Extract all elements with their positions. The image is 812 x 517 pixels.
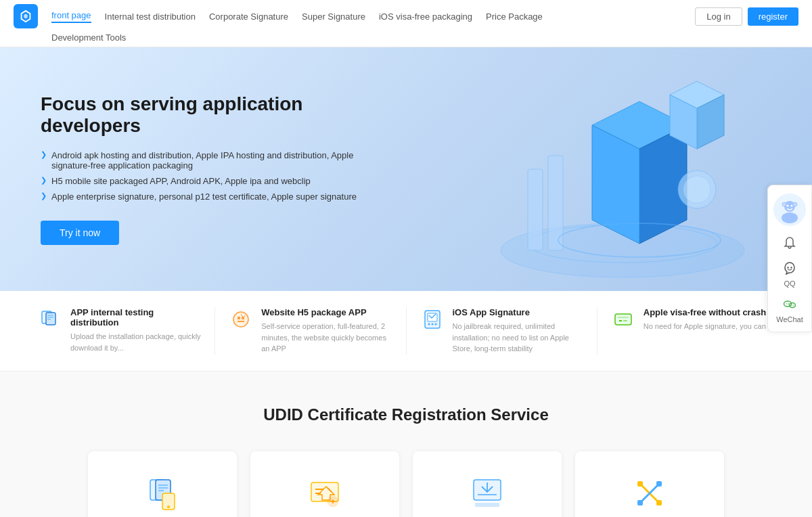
svg-point-22 <box>431 323 433 325</box>
udid-card-install: Install Signature Tool Download Download… <box>250 451 399 518</box>
svg-point-53 <box>790 267 792 268</box>
svg-rect-43 <box>656 481 662 487</box>
register-button[interactable]: register <box>748 7 798 26</box>
apple-visa-icon <box>611 307 635 332</box>
feature-title-3: iOS App Signature <box>453 307 583 317</box>
hero-feature-1: ❯ Android apk hosting and distribution, … <box>41 150 392 171</box>
svg-point-31 <box>167 505 170 508</box>
features-strip: APP internal testing distribution Upload… <box>0 291 812 372</box>
svg-rect-14 <box>46 313 55 325</box>
feature-item-app-test: APP internal testing distribution Upload… <box>27 307 212 355</box>
feature-desc-2: Self-service operation, full-featured, 2… <box>261 321 392 355</box>
svg-point-48 <box>787 205 789 207</box>
nav-item-super[interactable]: Super Signature <box>302 12 365 22</box>
nav-item-ios[interactable]: iOS visa-free packaging <box>379 12 472 22</box>
install-sig-icon <box>303 472 346 515</box>
hero-content: Focus on serving application developers … <box>41 93 392 245</box>
svg-point-56 <box>786 303 788 305</box>
logo[interactable] <box>14 4 38 28</box>
svg-point-49 <box>791 205 793 207</box>
hero-illustration <box>487 61 771 291</box>
nav-item-internal[interactable]: Internal test distribution <box>105 12 196 22</box>
feature-desc-1: Upload the installation package, quickly… <box>70 331 201 353</box>
hero-feature-list: ❯ Android apk hosting and distribution, … <box>41 150 392 202</box>
svg-point-52 <box>787 267 788 268</box>
qq-label: QQ <box>784 279 795 288</box>
svg-rect-2 <box>528 169 543 250</box>
svg-point-57 <box>788 303 790 305</box>
header: front page Internal test distribution Co… <box>0 0 812 47</box>
svg-rect-45 <box>656 500 662 505</box>
svg-point-50 <box>782 202 786 206</box>
udid-section-title: UDID Certificate Registration Service <box>41 405 771 424</box>
feature-desc-4: No need for Apple signature, you can ... <box>644 321 774 332</box>
auth-area: Log in register <box>695 7 798 26</box>
svg-point-23 <box>434 323 436 325</box>
svg-rect-39 <box>475 503 499 507</box>
try-now-button[interactable]: Try it now <box>41 221 119 245</box>
preregister-icon <box>628 472 671 515</box>
svg-point-47 <box>782 212 798 223</box>
hero-feature-3: ❯ Apple enterprise signature, personal p… <box>41 192 392 202</box>
svg-rect-24 <box>615 314 631 325</box>
udid-card-apply: Apply for UDID certificate directly Appl… <box>88 451 237 518</box>
feature-item-h5: Website H5 package APP Self-service oper… <box>218 307 403 355</box>
feature-title-2: Website H5 package APP <box>261 307 392 317</box>
chat-avatar[interactable] <box>773 194 806 226</box>
nav-item-frontpage[interactable]: front page <box>51 10 91 23</box>
nav-item-price[interactable]: Price Package <box>486 12 543 22</box>
primary-nav: front page Internal test distribution Co… <box>51 10 681 23</box>
feature-desc-3: No jailbreak required, unlimited install… <box>453 321 583 355</box>
hero-title: Focus on serving application developers <box>41 93 392 137</box>
svg-point-11 <box>683 176 710 203</box>
hero-section: Focus on serving application developers … <box>0 47 812 291</box>
qq-button[interactable]: QQ <box>781 260 798 288</box>
bell-icon <box>781 234 798 252</box>
svg-rect-44 <box>637 500 643 505</box>
sidebar-chat: QQ WeChat <box>767 185 812 332</box>
qq-icon <box>781 260 798 277</box>
feature-item-apple-visa: Apple visa-free without crash No need fo… <box>600 307 785 355</box>
ios-sig-icon <box>420 307 445 332</box>
udid-section: UDID Certificate Registration Service Ap… <box>0 372 812 518</box>
app-test-icon <box>38 307 62 332</box>
svg-point-21 <box>428 323 430 325</box>
notification-button[interactable] <box>781 234 798 252</box>
export-app-icon <box>466 472 509 515</box>
wechat-icon <box>781 296 798 313</box>
svg-point-58 <box>791 305 792 306</box>
hero-feature-2: ❯ H5 mobile site packaged APP, Android A… <box>41 176 392 186</box>
svg-point-59 <box>793 305 794 306</box>
svg-point-55 <box>789 303 795 308</box>
nav-item-corporate[interactable]: Corporate Signature <box>209 12 288 22</box>
nav-item-devtools[interactable]: Development Tools <box>51 32 126 43</box>
udid-apply-icon <box>141 472 184 515</box>
wechat-button[interactable]: WeChat <box>776 296 803 323</box>
feature-title-4: Apple visa-free without crash <box>644 307 774 317</box>
udid-cards: Apply for UDID certificate directly Appl… <box>41 451 771 518</box>
h5-icon <box>229 307 253 332</box>
feature-title-1: APP internal testing distribution <box>70 307 201 328</box>
svg-point-51 <box>793 202 797 206</box>
feature-item-ios-sig: iOS App Signature No jailbreak required,… <box>409 307 594 355</box>
svg-rect-42 <box>637 481 643 487</box>
wechat-label: WeChat <box>776 315 803 323</box>
udid-card-export: Export after Installing the app The inte… <box>413 451 562 518</box>
login-button[interactable]: Log in <box>695 7 742 26</box>
udid-card-preregister: UDID device pre-registration For card de… <box>575 451 724 518</box>
